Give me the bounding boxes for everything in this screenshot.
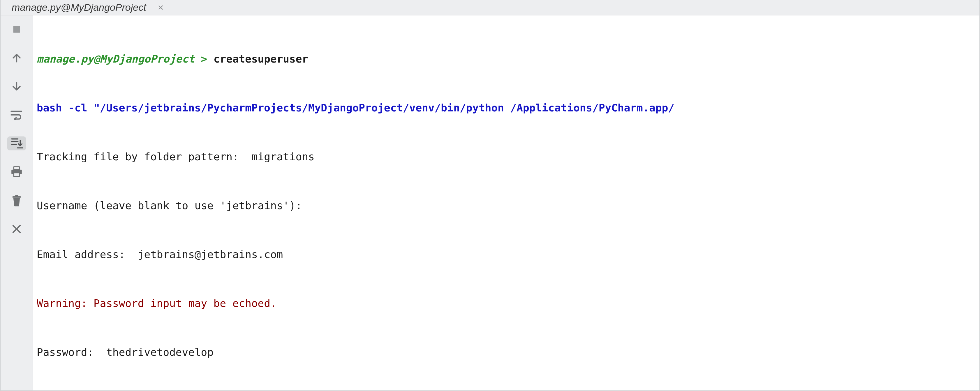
prompt-label: manage.py@MyDjangoProject [37, 53, 195, 65]
warning-line-2: Warning: Password input may be echoed. [37, 389, 972, 391]
email-line: Email address: jetbrains@jetbrains.com [37, 242, 972, 267]
arrow-up-icon[interactable] [7, 51, 26, 65]
tool-body: manage.py@MyDjangoProject > createsuperu… [1, 16, 979, 391]
svg-rect-0 [13, 26, 20, 33]
svg-rect-6 [14, 167, 19, 169]
close-icon[interactable]: × [156, 1, 165, 14]
prompt-command: createsuperuser [213, 53, 308, 65]
trash-icon[interactable] [7, 193, 26, 207]
tracking-line: Tracking file by folder pattern: migrati… [37, 145, 972, 169]
password-line-1: Password: thedrivetodevelop [37, 340, 972, 364]
svg-rect-9 [13, 196, 21, 198]
soft-wrap-icon[interactable] [7, 108, 26, 122]
prompt-symbol: > [195, 53, 213, 65]
print-icon[interactable] [7, 165, 26, 179]
run-tool-window: manage.py@MyDjangoProject × [0, 0, 980, 391]
svg-rect-8 [14, 173, 19, 177]
run-config-tab[interactable]: manage.py@MyDjangoProject × [1, 0, 176, 15]
arrow-down-icon[interactable] [7, 79, 26, 93]
stop-icon[interactable] [7, 22, 26, 36]
console-output[interactable]: manage.py@MyDjangoProject > createsuperu… [33, 16, 979, 391]
close-icon[interactable] [7, 222, 26, 236]
gutter-toolbar [1, 16, 33, 391]
prompt-line: manage.py@MyDjangoProject > createsuperu… [37, 47, 972, 71]
tab-bar: manage.py@MyDjangoProject × [1, 0, 979, 16]
bash-invocation-line: bash -cl "/Users/jetbrains/PycharmProjec… [37, 96, 972, 120]
scroll-to-end-icon[interactable] [7, 136, 26, 150]
username-prompt-line: Username (leave blank to use 'jetbrains'… [37, 193, 972, 218]
tab-label: manage.py@MyDjangoProject [12, 2, 146, 13]
svg-rect-10 [15, 195, 18, 196]
warning-line-1: Warning: Password input may be echoed. [37, 291, 972, 316]
